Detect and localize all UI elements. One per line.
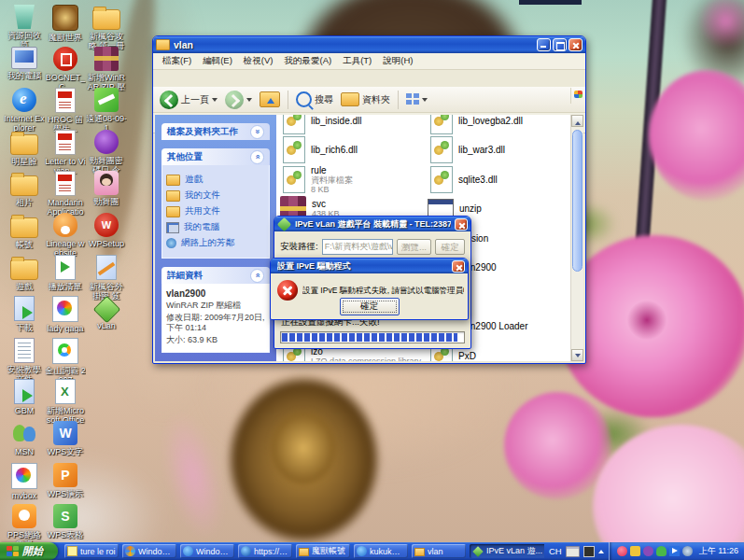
- explorer-titlebar[interactable]: vlan: [153, 36, 585, 53]
- menu-item[interactable]: 我的最愛(A): [278, 54, 337, 68]
- taskbar-window-button[interactable]: vlan: [412, 544, 466, 558]
- chevron-down-icon[interactable]: [250, 125, 264, 139]
- file-item[interactable]: lib_lovegba2.dll: [428, 115, 569, 134]
- taskbar-window-button[interactable]: Windows Me...: [122, 544, 176, 558]
- file-item[interactable]: lib_rich6.dll: [280, 136, 422, 164]
- desktop-icon[interactable]: 新增Microsoft Office Excel...: [45, 379, 86, 426]
- chevron-up-icon[interactable]: [250, 150, 264, 164]
- desktop-icon[interactable]: WPS表格: [45, 504, 86, 539]
- desktop-icon-glyph: [94, 171, 119, 195]
- desktop-icon[interactable]: mvbox: [4, 463, 45, 500]
- minimize-button[interactable]: [537, 38, 551, 51]
- chevron-up-icon[interactable]: [250, 269, 264, 283]
- desktop-icon[interactable]: BOCNET_C...: [45, 47, 86, 91]
- menu-item[interactable]: 工具(T): [337, 54, 377, 68]
- desktop-icon[interactable]: 相片: [4, 171, 45, 207]
- search-button[interactable]: 搜尋: [293, 90, 336, 109]
- desktop-icon[interactable]: vLan: [86, 296, 127, 330]
- scrollbar-thumb[interactable]: [572, 130, 583, 272]
- file-item[interactable]: sqlite3.dll: [428, 165, 569, 193]
- tray-icon[interactable]: [617, 546, 627, 556]
- forward-button[interactable]: [222, 89, 255, 111]
- scroll-down-button[interactable]: [571, 349, 583, 361]
- install-path-input[interactable]: F:\新資料夾\遊戲\vlan: [322, 239, 393, 255]
- desktop-icon[interactable]: 下載: [4, 296, 45, 332]
- desktop-icon[interactable]: 新增WinRAR ZIP 壓縮檔: [86, 47, 127, 92]
- installer-titlebar[interactable]: IPvE vLan 遊戲平台 裝載精靈 - TEL:23873177: [274, 217, 470, 231]
- browse-button[interactable]: 瀏覽...: [397, 239, 431, 255]
- scroll-up-button[interactable]: [571, 115, 583, 127]
- desktop-icon[interactable]: Mandarin Application ...: [45, 171, 86, 217]
- menu-item[interactable]: 檢視(V): [238, 54, 279, 68]
- desktop-icon[interactable]: 播放清單: [45, 255, 86, 291]
- desktop-icon[interactable]: 勁舞團: [86, 171, 127, 206]
- tray-icon[interactable]: [630, 546, 640, 556]
- file-item[interactable]: rule 資料庫檔案 8 KB: [280, 165, 422, 193]
- back-button[interactable]: 上一頁: [157, 89, 220, 111]
- desktop-icon[interactable]: MSN: [4, 421, 45, 456]
- desktop-icon[interactable]: WPSetup: [86, 213, 127, 248]
- file-item[interactable]: lib_inside.dll: [280, 115, 422, 134]
- desktop-icon[interactable]: 我的電腦: [4, 47, 45, 80]
- desktop-icon[interactable]: 安裝教學文件: [4, 338, 45, 384]
- ime-toolbar-icon[interactable]: [583, 546, 595, 557]
- language-indicator[interactable]: CH: [549, 546, 562, 556]
- desktop-icon[interactable]: Lineage website: [45, 213, 86, 258]
- desktop-icon[interactable]: lady gaga: [45, 296, 86, 333]
- desktop-icon[interactable]: 帳號: [4, 213, 45, 249]
- installer-ok-button[interactable]: 確定: [435, 239, 465, 255]
- desktop-icon[interactable]: 新楓谷外掛密 笈: [86, 255, 127, 301]
- keyboard-icon[interactable]: [566, 546, 580, 557]
- taskbar-window-button[interactable]: Windows Liv...: [180, 544, 234, 558]
- place-link[interactable]: 網路上的芳鄰: [166, 237, 265, 249]
- taskbar-clock[interactable]: 上午 11:26: [699, 545, 738, 557]
- desktop-icon[interactable]: 遠通08-09-1: [86, 88, 127, 133]
- place-link[interactable]: 我的文件: [166, 189, 265, 202]
- menu-item[interactable]: 說明(H): [377, 54, 418, 68]
- menu-item[interactable]: 編輯(E): [197, 54, 238, 68]
- tray-icon[interactable]: [669, 546, 680, 556]
- views-button[interactable]: [403, 91, 430, 107]
- desktop-icon[interactable]: 新楓谷攻略 第一冊: [86, 5, 127, 50]
- desktop-icon[interactable]: 明星臉: [4, 130, 45, 166]
- error-close-button[interactable]: [452, 260, 465, 273]
- desktop-icon[interactable]: 金山詞霸 2007: [45, 338, 86, 385]
- error-ok-button[interactable]: 確定: [340, 298, 400, 315]
- taskbar-window-button[interactable]: 魔獸帳號: [296, 544, 350, 558]
- file-tasks-header[interactable]: 檔案及資料夾工作: [161, 123, 270, 140]
- place-link[interactable]: 遊戲: [166, 174, 265, 186]
- maximize-button[interactable]: [553, 38, 567, 51]
- taskbar-window-button[interactable]: ture le roi: [64, 544, 119, 558]
- taskbar-window-button[interactable]: kukukwan - ...: [354, 544, 408, 558]
- tray-icon[interactable]: [643, 546, 653, 556]
- desktop-icon[interactable]: GBM: [4, 379, 45, 415]
- tray-icon[interactable]: [682, 546, 693, 556]
- desktop-icon[interactable]: 資源回收筒: [4, 5, 45, 49]
- place-link[interactable]: 我的電腦: [166, 221, 265, 233]
- desktop-icon[interactable]: Letter to Vivian...: [45, 130, 86, 175]
- desktop-icon[interactable]: WPS文字: [45, 421, 86, 456]
- chevron-up-icon[interactable]: [598, 547, 604, 553]
- menu-item[interactable]: 檔案(F): [157, 54, 197, 68]
- taskbar-window-button[interactable]: IPvE vLan 遊...: [470, 544, 544, 558]
- tray-icon[interactable]: [656, 546, 667, 556]
- desktop-icon[interactable]: 魔獸世界: [45, 5, 86, 42]
- desktop-icon[interactable]: Internet Explorer: [4, 88, 45, 133]
- folders-button[interactable]: 資料夾: [338, 91, 393, 108]
- up-button[interactable]: [257, 90, 283, 109]
- other-places-header[interactable]: 其他位置: [161, 148, 270, 165]
- start-button[interactable]: 開始: [0, 542, 58, 560]
- desktop-icon[interactable]: 遊戲: [4, 255, 45, 291]
- installer-close-button[interactable]: [455, 218, 468, 231]
- desktop-icon[interactable]: HROC 留學生...: [45, 88, 86, 133]
- close-button[interactable]: [569, 38, 583, 51]
- details-header[interactable]: 詳細資料: [161, 267, 270, 284]
- place-link[interactable]: 共用文件: [166, 205, 265, 217]
- error-titlebar[interactable]: 設置 IPvE 驅動程式: [271, 259, 468, 273]
- taskbar-window-button[interactable]: https://pbzx.eb...: [238, 544, 292, 558]
- file-item[interactable]: lib_war3.dll: [428, 136, 569, 164]
- desktop-icon[interactable]: WPS演示: [45, 463, 86, 498]
- desktop-icon[interactable]: 勁舞團密碼口 令: [86, 130, 127, 175]
- language-bar[interactable]: CH: [544, 542, 609, 560]
- vertical-scrollbar[interactable]: [570, 115, 583, 361]
